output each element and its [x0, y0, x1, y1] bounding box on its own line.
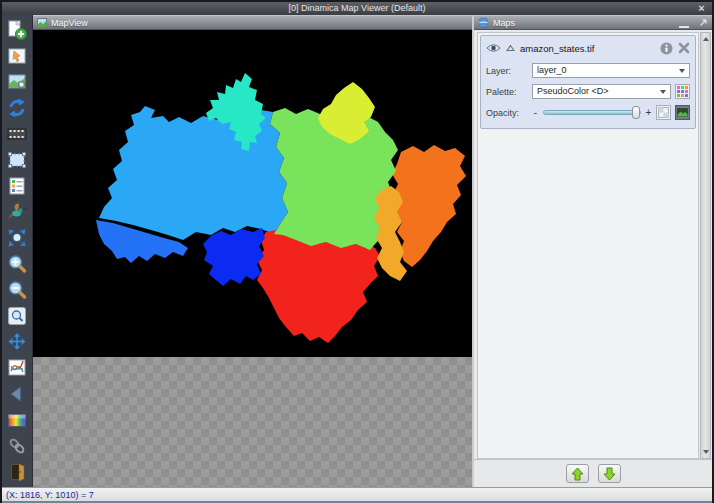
- select-region-icon: [6, 149, 28, 171]
- opacity-row: Opacity: - +: [486, 105, 690, 120]
- move-layer-down-button[interactable]: [598, 464, 621, 483]
- open-map-button[interactable]: [5, 70, 29, 93]
- map-region-4: [203, 228, 265, 286]
- window-title: [0] Dinamica Map Viewer (Default): [289, 3, 426, 13]
- zoom-out-icon: [6, 279, 28, 301]
- exit-door-icon: [6, 461, 28, 483]
- amazon-states-map: [33, 30, 473, 357]
- mapview-icon: [37, 18, 47, 28]
- map-region-7: [392, 145, 466, 267]
- layer-filename: amazon_states.tif: [520, 43, 655, 54]
- window-close-button[interactable]: ×: [694, 2, 709, 15]
- profile-chart-button[interactable]: [5, 356, 29, 379]
- layer-card-header: amazon_states.tif: [486, 39, 690, 57]
- link-button[interactable]: [5, 434, 29, 457]
- map-region-9: [257, 230, 380, 343]
- opacity-slider-handle[interactable]: [632, 106, 640, 119]
- legend-icon: [6, 175, 28, 197]
- zoom-selection-button[interactable]: [5, 226, 29, 249]
- visibility-eye-icon[interactable]: [486, 43, 501, 53]
- select-region-button[interactable]: [5, 148, 29, 171]
- palette-label: Palette:: [486, 87, 528, 97]
- refresh-button[interactable]: [5, 96, 29, 119]
- opacity-slider[interactable]: [543, 110, 641, 115]
- triangle-up-icon: [703, 37, 709, 41]
- zoom-out-button[interactable]: [5, 278, 29, 301]
- layer-select[interactable]: layer_0: [532, 63, 690, 78]
- left-toolbar: [2, 15, 32, 487]
- scrollbar-up-button[interactable]: [701, 34, 710, 44]
- mapview-panel: MapView: [32, 15, 472, 487]
- back-arrow-icon: [6, 383, 28, 405]
- remove-layer-icon[interactable]: [678, 42, 690, 54]
- chevron-down-icon: [660, 90, 666, 94]
- refresh-icon: [6, 97, 28, 119]
- mapview-header: MapView: [33, 15, 472, 30]
- scrollbar-down-button[interactable]: [701, 447, 710, 457]
- mapview-title: MapView: [51, 18, 88, 28]
- layers-icon: [478, 17, 489, 28]
- opacity-minus-label: -: [532, 107, 539, 118]
- profile-chart-icon: [6, 357, 28, 379]
- color-palette-icon: [6, 409, 28, 431]
- palette-row: Palette: PseudoColor <D>: [486, 84, 690, 99]
- triangle-down-icon: [703, 450, 709, 454]
- new-map-icon: [6, 19, 28, 41]
- film-strip-icon: [6, 123, 28, 145]
- app-window: [0] Dinamica Map Viewer (Default) ×: [0, 0, 714, 503]
- animation-button[interactable]: [5, 122, 29, 145]
- image-icon: [677, 108, 688, 117]
- maps-list-area: amazon_states.tif Layer:: [474, 30, 712, 459]
- palette-select[interactable]: PseudoColor <D>: [532, 84, 671, 99]
- info-icon[interactable]: [660, 42, 673, 55]
- select-pointer-button[interactable]: [5, 44, 29, 67]
- zoom-box-icon: [6, 305, 28, 327]
- cursor-coordinates-value: (X: 1816, Y: 1010) = 7: [6, 490, 94, 500]
- grid-icon: [658, 107, 669, 118]
- green-down-arrow-icon: [603, 467, 616, 481]
- link-icon: [6, 435, 28, 457]
- maps-scrollbar[interactable]: [700, 32, 711, 459]
- palette-grid-icon: [677, 86, 688, 97]
- color-palette-button[interactable]: [5, 408, 29, 431]
- opacity-plus-label: +: [645, 107, 652, 118]
- green-up-arrow-icon: [571, 467, 584, 481]
- maps-panel: Maps: [472, 15, 712, 487]
- legend-button[interactable]: [5, 174, 29, 197]
- pan-icon: [6, 331, 28, 353]
- layer-label: Layer:: [486, 66, 528, 76]
- expander-triangle-icon[interactable]: [506, 44, 515, 52]
- maps-panel-header: Maps: [474, 15, 712, 30]
- back-button[interactable]: [5, 382, 29, 405]
- layer-row: Layer: layer_0: [486, 63, 690, 78]
- maps-panel-title: Maps: [493, 18, 515, 28]
- palette-select-value: PseudoColor <D>: [537, 86, 609, 96]
- value-grid-button[interactable]: [656, 105, 671, 120]
- opacity-label: Opacity:: [486, 108, 528, 118]
- pan-button[interactable]: [5, 330, 29, 353]
- title-bar: [0] Dinamica Map Viewer (Default) ×: [2, 2, 712, 15]
- move-layer-up-button[interactable]: [566, 464, 589, 483]
- zoom-box-button[interactable]: [5, 304, 29, 327]
- new-map-button[interactable]: [5, 18, 29, 41]
- layer-list: amazon_states.tif Layer:: [477, 32, 699, 459]
- chevron-down-icon: [679, 69, 685, 73]
- transparent-background: [33, 357, 472, 487]
- zoom-in-button[interactable]: [5, 252, 29, 275]
- image-view-button[interactable]: [675, 105, 690, 120]
- zoom-selection-icon: [6, 227, 28, 249]
- status-bar: (X: 1816, Y: 1010) = 7: [2, 487, 712, 503]
- zoom-in-icon: [6, 253, 28, 275]
- open-map-icon: [6, 71, 28, 93]
- float-panel-icon[interactable]: [699, 18, 708, 27]
- layer-order-bar: [474, 459, 712, 487]
- select-pointer-icon: [6, 45, 28, 67]
- map-viewport[interactable]: [33, 30, 472, 357]
- minimize-panel-icon[interactable]: [679, 18, 689, 28]
- hummingbird-logo-button[interactable]: [5, 200, 29, 223]
- hummingbird-icon: [6, 201, 28, 223]
- edit-palette-button[interactable]: [675, 84, 690, 99]
- exit-button[interactable]: [5, 460, 29, 483]
- layer-select-value: layer_0: [537, 65, 567, 75]
- layer-card: amazon_states.tif Layer:: [480, 35, 696, 129]
